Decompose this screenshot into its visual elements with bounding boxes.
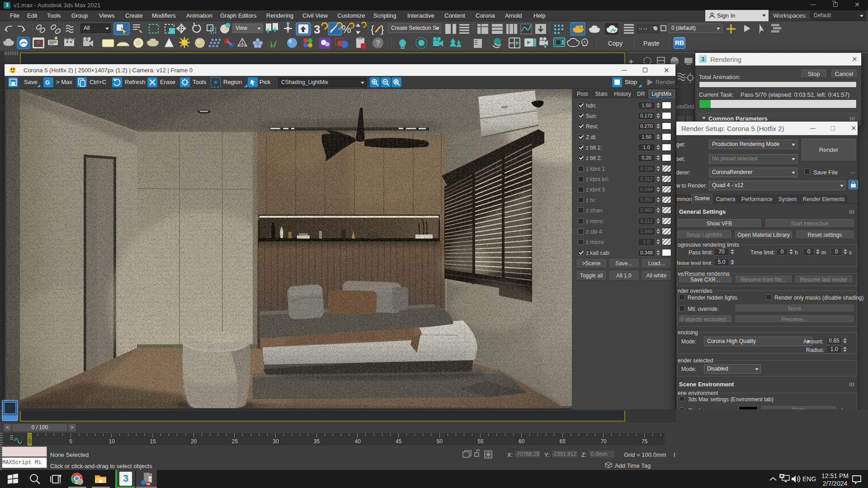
svg-text:?: ?	[376, 39, 380, 47]
svg-text:Ctrl+C: Ctrl+C	[90, 79, 106, 85]
svg-text:{: {	[371, 23, 374, 35]
svg-text:%: %	[342, 23, 351, 35]
svg-text:}: }	[381, 23, 384, 35]
svg-text:Pick: Pick	[259, 79, 271, 85]
svg-text:Save: Save	[24, 79, 38, 85]
svg-text:Stop: Stop	[625, 79, 637, 85]
svg-text:Refresh: Refresh	[125, 79, 146, 85]
svg-text:3: 3	[314, 23, 320, 36]
svg-text:Render: Render	[656, 79, 675, 85]
svg-text:Region: Region	[223, 79, 242, 85]
svg-text:Erase: Erase	[160, 79, 175, 85]
svg-text:G: G	[45, 79, 50, 86]
svg-text:utoGrid: utoGrid	[676, 103, 694, 110]
svg-text:Tools: Tools	[193, 79, 207, 85]
svg-text:> Max: > Max	[56, 79, 72, 85]
